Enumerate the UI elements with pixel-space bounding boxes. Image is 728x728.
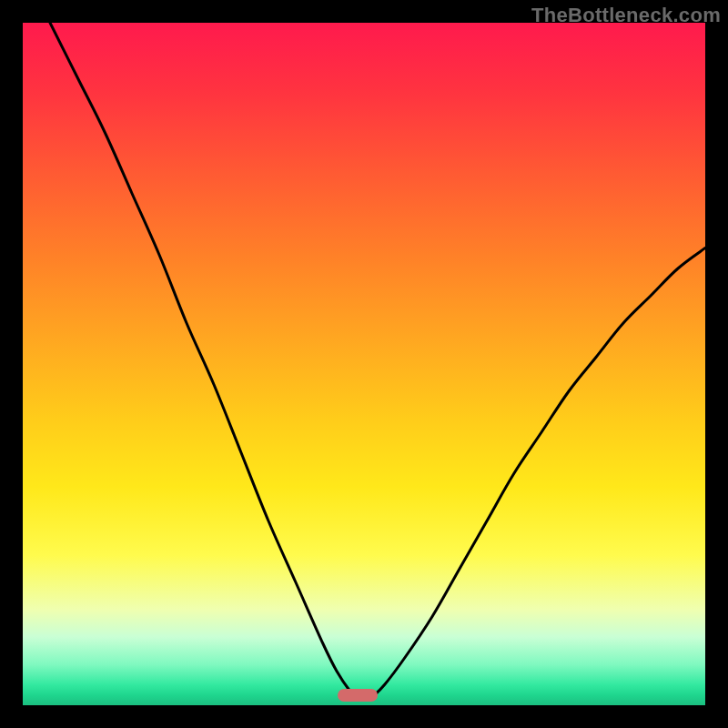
curve-left [50, 23, 358, 699]
chart-frame: TheBottleneck.com [0, 0, 728, 728]
optimal-marker [338, 689, 378, 702]
curve-right [371, 248, 706, 699]
bottleneck-curve [23, 23, 705, 705]
plot-area [23, 23, 705, 705]
